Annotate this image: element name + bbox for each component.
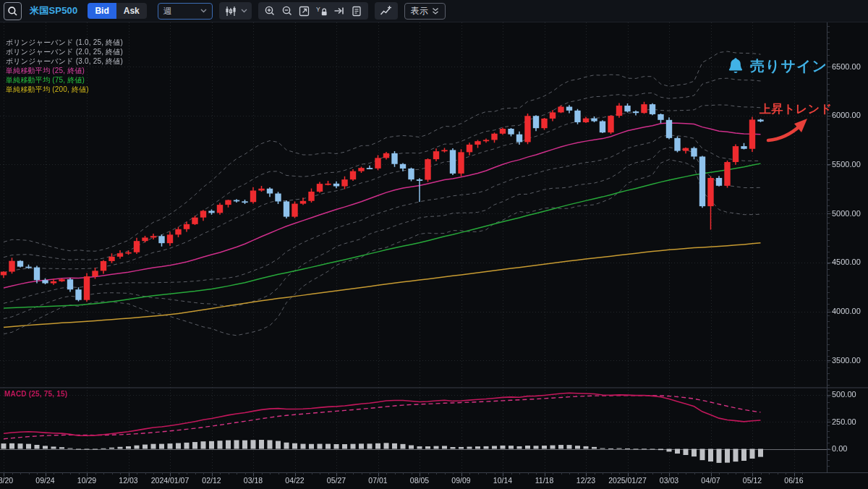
display-label: 表示 bbox=[411, 5, 428, 17]
ask-button[interactable]: Ask bbox=[116, 3, 147, 19]
bid-button[interactable]: Bid bbox=[88, 3, 116, 19]
legend-item-bb3: ボリンジャーバンド (3.0, 25, 終値) bbox=[6, 56, 123, 66]
candlestick-icon bbox=[222, 2, 239, 20]
zoom-in-icon[interactable] bbox=[261, 2, 278, 20]
add-indicator-button[interactable] bbox=[375, 2, 398, 20]
order-note-icon[interactable] bbox=[348, 2, 365, 20]
legend-item-sma75: 単純移動平均 (75, 終値) bbox=[6, 75, 123, 85]
legend-item-sma200: 単純移動平均 (200, 終値) bbox=[6, 85, 123, 94]
trading-app: { "toolbar": { "symbol": "米国SP500", "bid… bbox=[0, 0, 868, 489]
zoom-out-icon[interactable] bbox=[278, 2, 296, 20]
legend-item-bb2: ボリンジャーバンド (2.0, 25, 終値) bbox=[6, 47, 123, 56]
chart-type-button[interactable] bbox=[219, 2, 252, 20]
chevron-down-icon bbox=[200, 9, 207, 13]
uptrend-arrow[interactable] bbox=[765, 116, 812, 145]
chevron-down-icon bbox=[241, 9, 247, 13]
sell-signal-annotation[interactable]: 売りサイン bbox=[726, 56, 827, 76]
display-menu-button[interactable]: 表示 bbox=[404, 3, 446, 20]
bid-ask-toggle: Bid Ask bbox=[88, 3, 146, 19]
uptrend-annotation-text[interactable]: 上昇トレンド bbox=[760, 102, 833, 117]
indicator-chart-plus-icon bbox=[378, 2, 395, 20]
search-button[interactable] bbox=[4, 2, 22, 20]
legend-item-bb1: ボリンジャーバンド (1.0, 25, 終値) bbox=[6, 38, 123, 47]
timeframe-select[interactable]: 週 bbox=[158, 3, 213, 20]
symbol-title: 米国SP500 bbox=[30, 4, 77, 17]
bell-icon[interactable] bbox=[726, 56, 745, 76]
timeframe-value: 週 bbox=[163, 5, 172, 17]
macd-indicator-label: MACD (25, 75, 15) bbox=[4, 390, 67, 398]
y-axis-lock-icon[interactable]: Y bbox=[313, 2, 331, 20]
chart-tools-group: Y bbox=[258, 2, 368, 20]
sell-signal-text[interactable]: 売りサイン bbox=[750, 56, 827, 76]
double-chevron-down-icon bbox=[432, 7, 439, 15]
reset-scale-icon[interactable] bbox=[296, 2, 313, 20]
go-to-latest-icon[interactable] bbox=[331, 2, 348, 20]
indicator-legend: ボリンジャーバンド (1.0, 25, 終値) ボリンジャーバンド (2.0, … bbox=[6, 38, 123, 94]
toolbar: 米国SP500 Bid Ask 週 Y bbox=[0, 0, 868, 22]
svg-text:Y: Y bbox=[316, 6, 320, 13]
legend-item-sma25: 単純移動平均 (25, 終値) bbox=[6, 66, 123, 75]
search-icon bbox=[7, 6, 18, 17]
